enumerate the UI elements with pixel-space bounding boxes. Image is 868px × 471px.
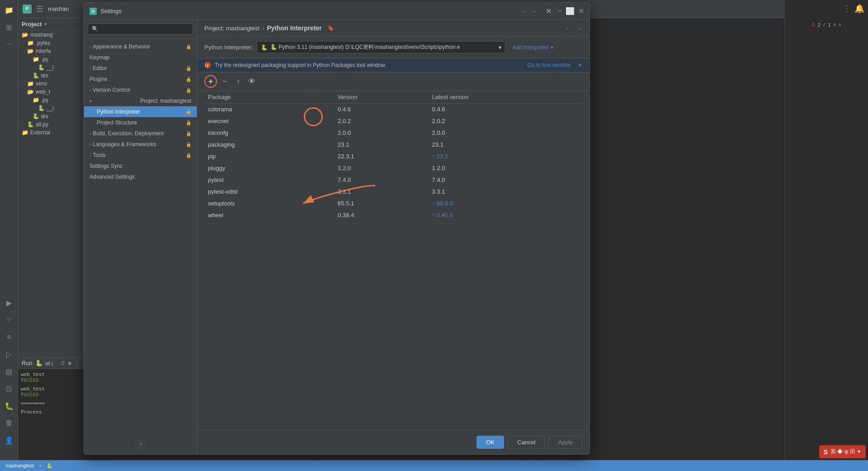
package-name: setuptools: [204, 198, 334, 209]
stop-icon[interactable]: ■: [68, 360, 71, 366]
nav-item-plugins[interactable]: Plugins🔒: [84, 74, 197, 85]
nav-item-label: Appearance & Behavior: [93, 43, 150, 50]
run-line-5: ========: [21, 400, 81, 406]
nav-forward-icon[interactable]: →: [531, 8, 537, 14]
add-interpreter-button[interactable]: Add Interpreter ▾: [509, 43, 557, 52]
more-vert-icon[interactable]: ⋮: [843, 4, 851, 14]
grid-icon[interactable]: ⊞: [3, 21, 15, 33]
tree-item-venv[interactable]: 📁venv: [18, 80, 83, 88]
table-row[interactable]: iniconfg 2.0.0 2.0.0: [204, 127, 582, 139]
tree-item-all-py[interactable]: 🐍all.py: [18, 120, 83, 128]
nav-item-tools[interactable]: ›Tools🔒: [84, 150, 197, 161]
interpreter-dropdown[interactable]: 🐍 🐍 Python 3.11 (mashangtest) D:\LQC资料\m…: [257, 41, 505, 53]
nav-item-build--execution--deployment[interactable]: ›Build, Execution, Deployment🔒: [84, 128, 197, 139]
settings-dialog: ⚙ Settings ← → ✕ − ⬜ ✕ ›Appearance & Beh…: [84, 2, 590, 455]
tree-item-label: venv: [36, 81, 47, 87]
project-tree-chevron: ▾: [44, 22, 47, 27]
info-banner-close-icon[interactable]: ✕: [578, 62, 582, 68]
refresh-icon[interactable]: ↺: [60, 360, 65, 366]
package-version: 0.4.6: [334, 104, 429, 115]
remove-package-button[interactable]: −: [219, 76, 231, 87]
trash-icon[interactable]: 🗑: [3, 417, 15, 429]
play2-icon[interactable]: ▷: [3, 348, 15, 361]
settings-search-input[interactable]: [88, 24, 193, 34]
file-tree-header[interactable]: Project ▾: [18, 18, 83, 31]
terminal-icon[interactable]: ⊡: [3, 382, 15, 395]
tree-item-label: tes: [41, 72, 48, 79]
table-row[interactable]: wheel 0.38.4 ↑ 0.40.0: [204, 209, 582, 221]
nav-item-advanced-settings[interactable]: Advanced Settings: [84, 171, 197, 182]
table-row[interactable]: pytest 7.4.0 7.4.0: [204, 174, 582, 186]
warning-count: ⚠ 2 ✓ 1 ∧ ∨: [811, 22, 841, 28]
table-row[interactable]: colorama 0.4.6 0.4.6: [204, 104, 582, 115]
nav-back-icon[interactable]: ←: [521, 8, 527, 14]
tree-item--py[interactable]: 📁.py: [18, 96, 83, 104]
package-name: pip: [204, 151, 334, 162]
layers-icon[interactable]: ≡: [3, 331, 15, 343]
folder-icon[interactable]: 📁: [3, 4, 15, 16]
tree-item-icon: 📂: [27, 48, 34, 54]
tree-item-external[interactable]: 📁External: [18, 128, 83, 137]
minimize-button[interactable]: −: [557, 6, 562, 16]
inspect-package-button[interactable]: 👁: [246, 76, 258, 87]
package-name: packaging: [204, 139, 334, 151]
maximize-button[interactable]: ⬜: [566, 7, 575, 15]
table-row[interactable]: pluggy 1.2.0 1.2.0: [204, 162, 582, 174]
tree-item-label: .pytes: [36, 40, 50, 46]
more-icon[interactable]: ⋮: [74, 360, 80, 366]
hamburger-icon[interactable]: ☰: [36, 4, 43, 14]
bug-icon[interactable]: 🐛: [3, 400, 15, 412]
close-window-button[interactable]: ✕: [578, 7, 584, 15]
tree-item-tes[interactable]: 🐍tes: [18, 71, 83, 80]
nav-item-label: Tools: [93, 152, 105, 158]
help-button[interactable]: ?: [135, 440, 146, 451]
lock-icon: 🔒: [186, 142, 191, 147]
nav-item-project-structure[interactable]: Project Structure🔒: [84, 117, 197, 128]
apply-button[interactable]: Apply: [548, 436, 582, 449]
tree-item-tes[interactable]: 🐍tes: [18, 112, 83, 120]
nav-item-languages---frameworks[interactable]: ›Languages & Frameworks🔒: [84, 139, 197, 150]
status-project: mashangtest: [5, 463, 34, 468]
nav-item-settings-sync[interactable]: Settings Sync: [84, 161, 197, 171]
tree-item-web-t[interactable]: 📂web_t: [18, 88, 83, 96]
tree-item--pytes[interactable]: 📁.pytes: [18, 39, 83, 47]
run-icon[interactable]: ▶: [3, 296, 15, 309]
run-line-1: web_test: [21, 371, 81, 377]
tree-item-icon: 📁: [33, 56, 39, 62]
nav-item-project--mashangtest[interactable]: ▾Project: mashangtest: [84, 95, 197, 106]
table-row[interactable]: execnet 2.0.2 2.0.2: [204, 115, 582, 127]
table-row[interactable]: pytest-xdist 3.3.1 3.3.1: [204, 186, 582, 198]
dialog-close-button[interactable]: ✕: [544, 7, 553, 15]
nav-item-editor[interactable]: ›Editor🔒: [84, 63, 197, 74]
table-row[interactable]: pip 22.3.1 ↑ 23.2: [204, 151, 582, 162]
table-icon[interactable]: ▤: [3, 365, 15, 378]
ok-button[interactable]: OK: [476, 436, 504, 449]
add-package-button[interactable]: +: [204, 75, 217, 88]
tree-item-mashang[interactable]: 📂mashang: [18, 31, 83, 39]
dots-icon[interactable]: ···: [3, 38, 15, 51]
expand-icon[interactable]: ∧: [833, 22, 836, 28]
warning-num: 2: [817, 22, 820, 28]
people-icon[interactable]: 👤: [3, 434, 15, 447]
notification-icon[interactable]: 🔔: [854, 4, 864, 14]
tree-item-interfa[interactable]: 📂interfa: [18, 47, 83, 55]
collapse-icon[interactable]: ∨: [838, 22, 842, 28]
upgrade-package-button[interactable]: ↑: [232, 76, 244, 87]
nav-item-version-control[interactable]: ›Version Control🔒: [84, 85, 197, 95]
tree-item--py[interactable]: 📁.py: [18, 55, 83, 63]
package-latest: 3.3.1: [429, 186, 582, 198]
content-nav-forward[interactable]: →: [576, 25, 582, 32]
table-row[interactable]: packaging 23.1 23.1: [204, 139, 582, 151]
breadcrumb-separator: ›: [262, 25, 264, 32]
cancel-button[interactable]: Cancel: [508, 436, 545, 449]
nav-item-python-interpreter[interactable]: Python Interpreter🔒: [84, 106, 197, 117]
breadcrumb-current: Python Interpreter: [267, 24, 321, 32]
nav-item-appearance---behavior[interactable]: ›Appearance & Behavior🔒: [84, 41, 197, 52]
content-nav-back[interactable]: ←: [565, 25, 571, 32]
nav-item-keymap[interactable]: Keymap: [84, 52, 197, 63]
tree-item---i[interactable]: 🐍__i: [18, 104, 83, 112]
git-icon[interactable]: ⑂: [3, 314, 15, 326]
goto-tool-window-link[interactable]: Go to tool window: [528, 62, 571, 68]
tree-item---i[interactable]: 🐍__i: [18, 63, 83, 71]
table-row[interactable]: setuptools 65.5.1 ↑ 68.0.0: [204, 198, 582, 209]
